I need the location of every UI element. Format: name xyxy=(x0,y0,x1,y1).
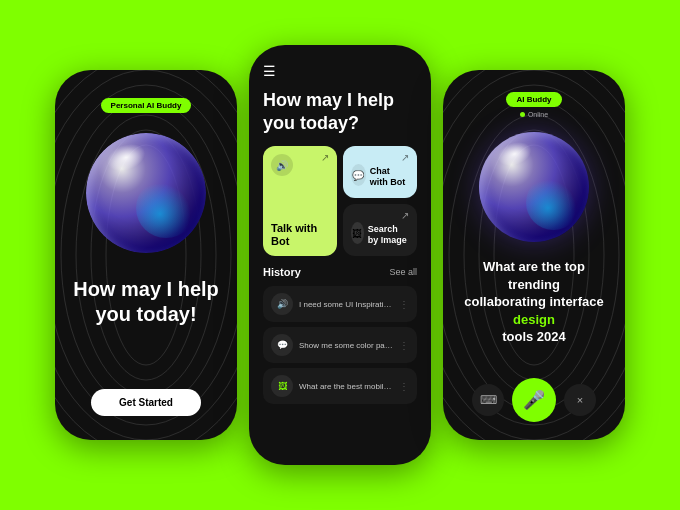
history-item-3[interactable]: 🖼 What are the best mobile apps 2023... … xyxy=(263,368,417,404)
p1-heading: How may I help you today! xyxy=(71,277,221,389)
see-all-link[interactable]: See all xyxy=(389,267,417,277)
phone1-content: Personal AI Buddy How may I help you tod… xyxy=(55,70,237,440)
get-started-button[interactable]: Get Started xyxy=(91,389,201,416)
phone-screen-2: ☰ How may I helpyou today? 🔊 ↗ Talk with… xyxy=(249,45,431,465)
phone-screen-1: Personal AI Buddy How may I help you tod… xyxy=(55,70,237,440)
online-dot xyxy=(520,112,525,117)
p3-badge: AI Buddy xyxy=(506,92,561,107)
history-text-3: What are the best mobile apps 2023... xyxy=(299,382,393,391)
arrow-icon-3: ↗ xyxy=(401,210,409,221)
online-status: Online xyxy=(520,111,548,118)
p2-cards-grid: 🔊 ↗ Talk with Bot ↗ 💬 Chat with Bot ↗ xyxy=(263,146,417,256)
highlight-text: design xyxy=(513,312,555,327)
dots-icon-2[interactable]: ⋮ xyxy=(399,340,409,351)
mic-button[interactable]: 🎤 xyxy=(512,378,556,422)
history-item-2[interactable]: 💬 Show me some color palettes for Ai... … xyxy=(263,327,417,363)
history-icon-1: 🔊 xyxy=(271,293,293,315)
search-by-image-card[interactable]: ↗ 🖼 Search by Image xyxy=(343,204,417,256)
chat-icon: 💬 xyxy=(351,164,366,186)
p2-heading: How may I helpyou today? xyxy=(263,89,417,134)
history-header: History See all xyxy=(263,266,417,278)
menu-icon[interactable]: ☰ xyxy=(263,63,417,79)
p1-badge: Personal AI Buddy xyxy=(101,98,192,113)
p3-question: What are the top trending collaborating … xyxy=(457,258,611,366)
chat-with-bot-label: Chat with Bot xyxy=(370,166,409,188)
phone-screen-3: AI Buddy Online What are the top trendin… xyxy=(443,70,625,440)
phone3-content: AI Buddy Online What are the top trendin… xyxy=(443,70,625,440)
image-icon: 🖼 xyxy=(351,222,364,244)
talk-with-bot-label: Talk with Bot xyxy=(271,222,329,248)
close-button[interactable]: × xyxy=(564,384,596,416)
search-by-image-label: Search by Image xyxy=(368,224,409,246)
history-item-1[interactable]: 🔊 I need some UI Inspiration for dark...… xyxy=(263,286,417,322)
p3-footer: ⌨ 🎤 × xyxy=(472,378,596,422)
history-title: History xyxy=(263,266,301,278)
history-text-1: I need some UI Inspiration for dark... xyxy=(299,300,393,309)
phone2-content: ☰ How may I helpyou today? 🔊 ↗ Talk with… xyxy=(249,45,431,465)
talk-with-bot-card[interactable]: 🔊 ↗ Talk with Bot xyxy=(263,146,337,256)
dots-icon-1[interactable]: ⋮ xyxy=(399,299,409,310)
history-icon-3: 🖼 xyxy=(271,375,293,397)
history-icon-2: 💬 xyxy=(271,334,293,356)
arrow-icon-2: ↗ xyxy=(401,152,409,163)
dots-icon-3[interactable]: ⋮ xyxy=(399,381,409,392)
talk-icon: 🔊 xyxy=(271,154,293,176)
p1-orb xyxy=(86,133,206,253)
history-text-2: Show me some color palettes for Ai... xyxy=(299,341,393,350)
arrow-icon: ↗ xyxy=(321,152,329,163)
p3-orb xyxy=(479,132,589,242)
chat-with-bot-card[interactable]: ↗ 💬 Chat with Bot xyxy=(343,146,417,198)
keyboard-button[interactable]: ⌨ xyxy=(472,384,504,416)
